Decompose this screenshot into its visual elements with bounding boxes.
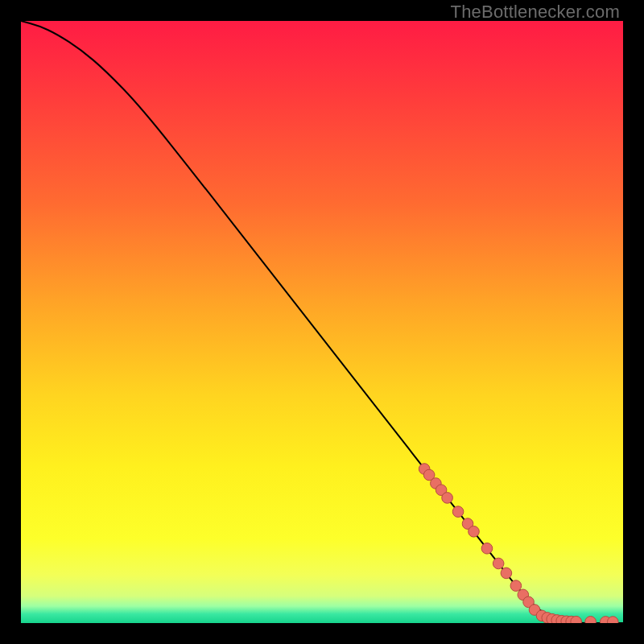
watermark-label: TheBottlenecker.com <box>451 2 620 23</box>
chart-canvas: TheBottlenecker.com <box>0 0 644 644</box>
svg-rect-0 <box>21 21 623 623</box>
background-gradient <box>21 21 623 623</box>
plot-area <box>21 21 623 623</box>
